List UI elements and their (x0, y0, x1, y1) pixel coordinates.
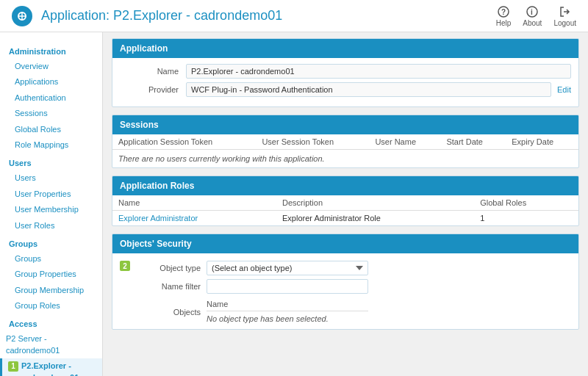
page-title: Application: P2.Explorer - cadrondemo01 (41, 8, 496, 24)
col-app-session-token: Application Session Token (112, 134, 256, 150)
sidebar-section-administration: Administration (0, 41, 102, 59)
app-name-value: P2.Explorer - cadrondemo01 (186, 64, 571, 79)
sidebar-item-role-mappings[interactable]: Role Mappings (0, 137, 102, 153)
app-roles-card-header: Application Roles (112, 176, 578, 195)
application-card: Application Name P2.Explorer - cadrondem… (112, 38, 579, 107)
roles-col-description: Description (276, 195, 474, 211)
app-roles-card: Application Roles Name Description Globa… (112, 176, 579, 226)
sidebar-item-sessions[interactable]: Sessions (0, 106, 102, 121)
objects-security-header: Objects' Security (112, 234, 578, 253)
about-button[interactable]: i About (523, 5, 542, 27)
objects-label: Objects (135, 308, 201, 317)
sidebar-item-user-roles[interactable]: User Roles (0, 218, 102, 234)
objects-fields: Object type (Select an object type) Name… (135, 261, 368, 326)
sessions-table: Application Session Token User Session T… (112, 134, 578, 150)
sidebar-item-overview[interactable]: Overview (0, 59, 102, 74)
app-provider-label: Provider (120, 85, 179, 94)
app-name-row: Name P2.Explorer - cadrondemo01 (120, 64, 571, 79)
name-filter-input[interactable] (207, 279, 368, 294)
sidebar-item-applications[interactable]: Applications (0, 74, 102, 90)
sidebar-item-group-membership[interactable]: Group Membership (0, 283, 102, 298)
app-logo (12, 6, 32, 26)
sidebar: Administration Overview Applications Aut… (0, 32, 103, 376)
object-type-label: Object type (135, 264, 201, 272)
app-roles-table: Name Description Global Roles Explorer A… (112, 195, 578, 225)
sidebar-item-p2explorer[interactable]: 1 P2.Explorer - cadrondemo01 (0, 358, 102, 376)
edit-link[interactable]: Edit (557, 85, 571, 94)
sidebar-section-groups: Groups (0, 234, 102, 251)
app-header: Application: P2.Explorer - cadrondemo01 … (0, 0, 588, 32)
sidebar-item-users[interactable]: Users (0, 170, 102, 186)
sidebar-section-users: Users (0, 153, 102, 170)
sessions-card: Sessions Application Session Token User … (112, 115, 579, 168)
app-roles-card-body: Name Description Global Roles Explorer A… (112, 195, 578, 225)
step-badge-1: 1 (8, 361, 18, 372)
objects-form-area: 2 Object type (Select an object type) Na… (112, 253, 578, 329)
application-card-body: Name P2.Explorer - cadrondemo01 Provider… (112, 58, 578, 106)
svg-text:?: ? (501, 8, 506, 16)
sidebar-section-access: Access (0, 314, 102, 331)
sidebar-item-group-roles[interactable]: Group Roles (0, 298, 102, 314)
header-actions: ? Help i About Logout (496, 5, 576, 27)
sessions-card-body: Application Session Token User Session T… (112, 134, 578, 167)
step-badge-2: 2 (120, 261, 130, 271)
sidebar-item-user-properties[interactable]: User Properties (0, 187, 102, 202)
objects-name-col: Name (207, 297, 368, 311)
objects-security-body: 2 Object type (Select an object type) Na… (112, 253, 578, 329)
sessions-card-header: Sessions (112, 115, 578, 134)
objects-security-card: Objects' Security 2 Object type (Select … (112, 234, 579, 330)
svg-text:i: i (531, 8, 533, 16)
col-user-name: User Name (369, 134, 440, 150)
sidebar-item-groups[interactable]: Groups (0, 251, 102, 267)
sessions-no-data: There are no users currently working wit… (112, 150, 578, 167)
name-filter-label: Name filter (135, 282, 201, 291)
roles-col-global: Global Roles (474, 195, 578, 211)
main-content: Application Name P2.Explorer - cadrondem… (103, 32, 588, 376)
col-expiry-date: Expiry Date (506, 134, 578, 150)
app-provider-value: WCF Plug-in - Password Authentication (186, 82, 551, 97)
sidebar-item-authentication[interactable]: Authentication (0, 90, 102, 106)
col-start-date: Start Date (440, 134, 506, 150)
table-row: Explorer Administrator Explorer Administ… (112, 211, 578, 226)
role-description: Explorer Administrator Role (276, 211, 474, 226)
role-name-link[interactable]: Explorer Administrator (118, 214, 198, 223)
object-type-select[interactable]: (Select an object type) (207, 261, 368, 275)
sidebar-item-p2server[interactable]: P2 Server - cadrondemo01 (0, 331, 102, 358)
col-user-session-token: User Session Token (256, 134, 369, 150)
logout-button[interactable]: Logout (553, 5, 576, 27)
roles-col-name: Name (112, 195, 276, 211)
sidebar-item-group-properties[interactable]: Group Properties (0, 267, 102, 282)
objects-table-area: Name No object type has been selected. (207, 297, 368, 326)
help-button[interactable]: ? Help (496, 5, 512, 27)
application-card-header: Application (112, 39, 578, 58)
sidebar-item-global-roles[interactable]: Global Roles (0, 122, 102, 137)
sidebar-item-user-membership[interactable]: User Membership (0, 202, 102, 217)
app-provider-row: Provider WCF Plug-in - Password Authenti… (120, 82, 571, 97)
role-global: 1 (474, 211, 578, 226)
no-object-msg: No object type has been selected. (207, 311, 368, 326)
app-name-label: Name (120, 67, 179, 76)
